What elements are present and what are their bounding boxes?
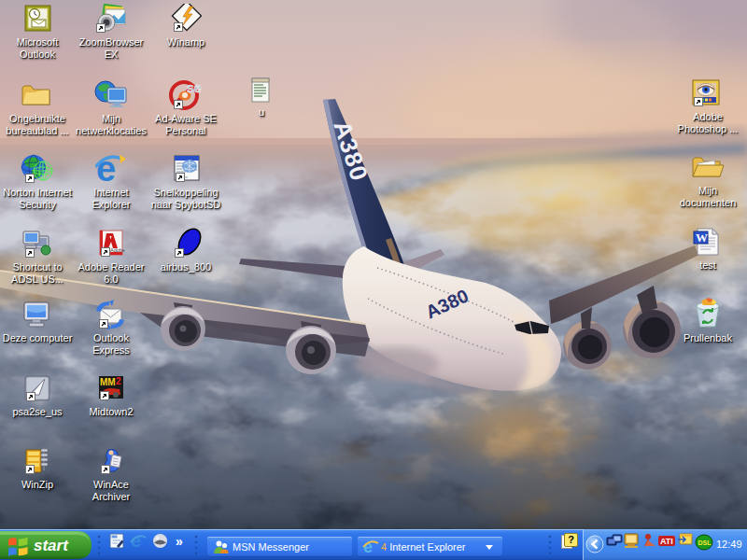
svg-text:W: W — [696, 231, 708, 245]
svg-text:start: start — [34, 537, 69, 554]
svg-text:DSL: DSL — [698, 539, 712, 546]
svg-text:Adobe: Adobe — [110, 247, 125, 253]
svg-text:12:49: 12:49 — [716, 539, 742, 550]
svg-text:se: se — [187, 80, 202, 95]
svg-text:2: 2 — [116, 376, 121, 386]
svg-text:»: » — [176, 534, 183, 549]
svg-text:MM: MM — [100, 377, 116, 387]
svg-text:ATI: ATI — [660, 537, 673, 546]
